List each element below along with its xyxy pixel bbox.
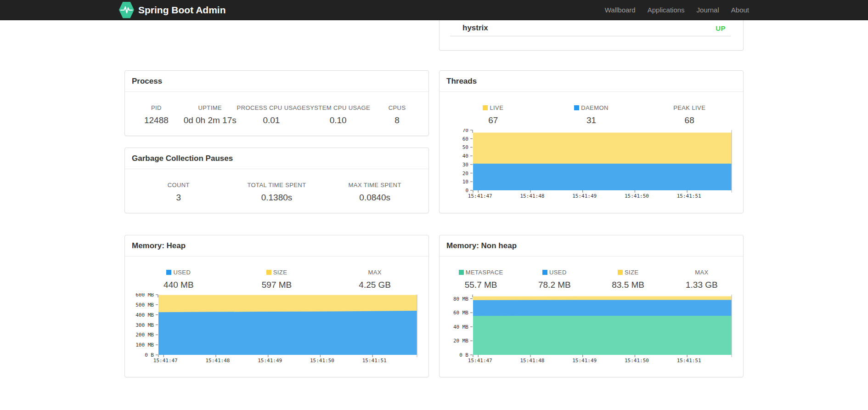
nav-link-applications[interactable]: Applications [648, 6, 685, 14]
metric-cpus: CPUS 8 [370, 104, 424, 125]
metric-value: 31 [542, 115, 641, 125]
left-column: Process PID 12488 UPTIME 0d 0h 2m 17s PR… [124, 20, 429, 377]
row-divider [450, 36, 731, 36]
svg-text:15:41:49: 15:41:49 [572, 193, 597, 199]
metric-metaspace: METASPACE 55.7 MB [444, 269, 518, 290]
metric-label: CPUS [389, 104, 406, 111]
metric-value: 0.1380s [228, 193, 326, 203]
process-metrics: PID 12488 UPTIME 0d 0h 2m 17s PROCESS CP… [125, 92, 428, 125]
daemon-legend-swatch [574, 105, 579, 110]
svg-text:15:41:47: 15:41:47 [468, 358, 492, 364]
metric-label: MAX [695, 269, 708, 276]
metric-label: COUNT [168, 182, 190, 188]
memory-heap-panel: Memory: Heap USED 440 MB SIZE 597 MB MAX… [124, 235, 429, 377]
nav-link-journal[interactable]: Journal [697, 6, 719, 14]
applications-panel: hystrix UP [439, 20, 744, 51]
nav-links: Wallboard Applications Journal About [605, 6, 749, 14]
svg-text:0 B: 0 B [459, 352, 468, 358]
threads-chart: 01020304050607015:41:4715:41:4815:41:491… [446, 129, 736, 199]
svg-text:500 MB: 500 MB [135, 302, 154, 308]
metric-label: USED [549, 269, 567, 276]
metric-value: 55.7 MB [444, 280, 518, 290]
process-panel-title: Process [125, 71, 428, 92]
size-legend-swatch [266, 270, 271, 275]
brand[interactable]: Spring Boot Admin [119, 2, 226, 18]
gc-panel-title: Garbage Collection Pauses [125, 148, 428, 169]
svg-text:15:41:48: 15:41:48 [520, 358, 544, 364]
right-column: hystrix UP Threads LIVE 67 DAEMON 31 PEA… [439, 20, 744, 377]
memory-nonheap-chart: 0 B20 MB40 MB60 MB80 MB15:41:4715:41:481… [446, 293, 736, 364]
gc-metrics: COUNT 3 TOTAL TIME SPENT 0.1380s MAX TIM… [125, 169, 428, 203]
svg-text:15:41:50: 15:41:50 [625, 358, 649, 364]
svg-text:15:41:51: 15:41:51 [677, 193, 701, 199]
svg-text:15:41:48: 15:41:48 [205, 358, 230, 364]
metric-count: COUNT 3 [130, 182, 228, 203]
svg-text:15:41:49: 15:41:49 [258, 358, 282, 364]
live-legend-swatch [483, 105, 488, 110]
metric-label: UPTIME [198, 104, 222, 111]
svg-text:15:41:50: 15:41:50 [310, 358, 334, 364]
metric-label: PEAK LIVE [673, 104, 705, 111]
metric-value: 78.2 MB [518, 280, 591, 290]
svg-text:20: 20 [462, 171, 468, 177]
nav-link-wallboard[interactable]: Wallboard [605, 6, 636, 14]
application-row-hystrix[interactable]: hystrix UP [440, 20, 743, 36]
metric-value: 440 MB [130, 280, 228, 290]
metric-process-cpu-usage: PROCESS CPU USAGE 0.01 [237, 104, 306, 125]
status-badge: UP [716, 24, 726, 32]
svg-text:70: 70 [462, 129, 468, 133]
metric-pid: PID 12488 [130, 104, 183, 125]
svg-text:15:41:48: 15:41:48 [520, 193, 544, 199]
svg-text:200 MB: 200 MB [135, 332, 154, 338]
memory-heap-chart: 0 B100 MB200 MB300 MB400 MB500 MB600 MB1… [132, 293, 422, 364]
metric-nonheap-max: MAX 1.33 GB [665, 269, 738, 290]
metric-label: DAEMON [581, 104, 608, 111]
metric-total-time-spent: TOTAL TIME SPENT 0.1380s [228, 182, 326, 203]
metric-label: USED [173, 269, 191, 276]
metric-value: 4.25 GB [326, 280, 424, 290]
metric-nonheap-size: SIZE 83.5 MB [592, 269, 665, 290]
spacer [124, 20, 429, 70]
metric-uptime: UPTIME 0d 0h 2m 17s [183, 104, 237, 125]
metric-heap-size: SIZE 597 MB [228, 269, 326, 290]
threads-panel-title: Threads [440, 71, 743, 92]
used-legend-swatch [166, 270, 171, 275]
metric-label: PROCESS CPU USAGE [237, 104, 306, 111]
nav-link-about[interactable]: About [731, 6, 749, 14]
metric-value: 0.01 [237, 115, 306, 125]
svg-text:300 MB: 300 MB [135, 322, 154, 328]
threads-chart-svg: 01020304050607015:41:4715:41:4815:41:491… [446, 129, 736, 199]
metric-heap-used: USED 440 MB [130, 269, 228, 290]
size-legend-swatch [618, 270, 623, 275]
metric-value: 597 MB [228, 280, 326, 290]
metric-peak-live: PEAK LIVE 68 [640, 104, 738, 125]
metric-value: 8 [370, 115, 424, 125]
metric-system-cpu-usage: SYSTEM CPU USAGE 0.10 [306, 104, 370, 125]
brand-title: Spring Boot Admin [138, 5, 226, 16]
svg-text:30: 30 [462, 162, 468, 168]
svg-text:15:41:47: 15:41:47 [153, 358, 178, 364]
used-legend-swatch [542, 270, 547, 275]
svg-text:15:41:51: 15:41:51 [362, 358, 387, 364]
metric-label: PID [151, 104, 162, 111]
gc-panel: Garbage Collection Pauses COUNT 3 TOTAL … [124, 148, 429, 213]
main-content: Process PID 12488 UPTIME 0d 0h 2m 17s PR… [124, 20, 744, 377]
memory-heap-panel-title: Memory: Heap [125, 235, 428, 256]
metric-value: 12488 [130, 115, 183, 125]
svg-text:15:41:51: 15:41:51 [677, 358, 701, 364]
svg-text:100 MB: 100 MB [135, 342, 154, 348]
navbar: Spring Boot Admin Wallboard Applications… [0, 0, 868, 20]
metric-heap-max: MAX 4.25 GB [326, 269, 424, 290]
metric-label: MAX [368, 269, 381, 276]
metric-label: SYSTEM CPU USAGE [306, 104, 370, 111]
metric-value: 3 [130, 193, 228, 203]
metaspace-legend-swatch [459, 270, 464, 275]
metric-value: 83.5 MB [592, 280, 665, 290]
metric-label: LIVE [490, 104, 503, 111]
svg-text:400 MB: 400 MB [135, 312, 154, 318]
process-panel: Process PID 12488 UPTIME 0d 0h 2m 17s PR… [124, 70, 429, 136]
memory-nonheap-panel: Memory: Non heap METASPACE 55.7 MB USED … [439, 235, 744, 377]
svg-text:15:41:50: 15:41:50 [625, 193, 649, 199]
metric-label: MAX TIME SPENT [349, 182, 401, 188]
application-name[interactable]: hystrix [462, 23, 488, 33]
